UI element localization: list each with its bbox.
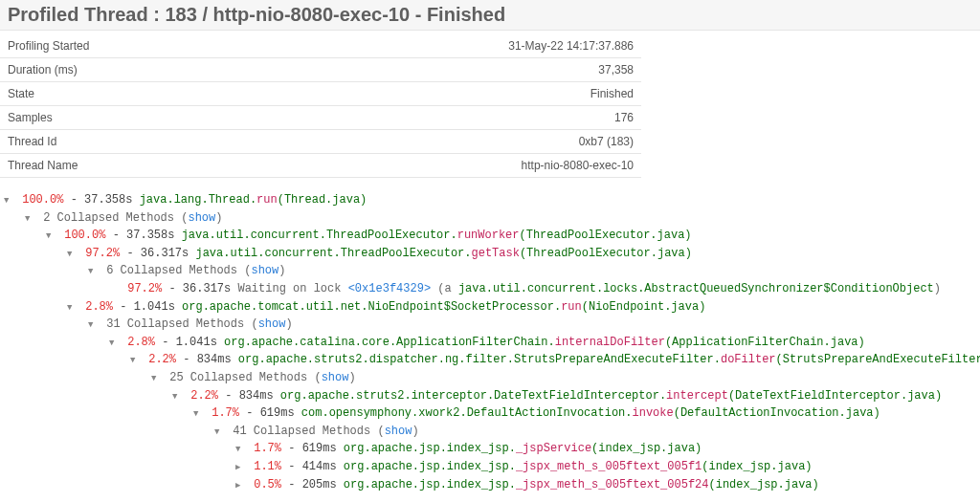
collapsed-group[interactable]: ▼ 6 Collapsed Methods (show) [88, 262, 980, 280]
collapse-icon[interactable]: ▼ [130, 355, 140, 368]
pct: 2.2% [148, 353, 176, 366]
collapse-icon[interactable]: ▼ [235, 444, 245, 457]
tree-node[interactable]: ▼ 2.2% - 834ms org.apache.struts2.interc… [172, 387, 980, 405]
show-link[interactable]: show [188, 211, 215, 225]
time: 37.358s [126, 229, 174, 242]
tree-node[interactable]: ▼ 100.0% - 37.358s java.lang.Thread.run(… [4, 191, 980, 209]
collapsed-group[interactable]: ▼ 41 Collapsed Methods (show) [214, 423, 980, 441]
pct: 2.8% [127, 336, 155, 349]
tree-node[interactable]: ▼ 2.8% - 1.041s org.apache.tomcat.util.n… [67, 298, 980, 316]
time: 834ms [239, 389, 274, 403]
info-value: Finished [262, 82, 641, 106]
show-link[interactable]: show [258, 317, 286, 331]
pct: 1.7% [254, 442, 281, 455]
expand-icon[interactable]: ▶ [235, 462, 245, 475]
collapse-icon[interactable]: ▼ [88, 319, 98, 333]
pct: 2.2% [190, 389, 218, 403]
source-file: (DateTextFieldInterceptor.java) [728, 389, 942, 403]
method: run [256, 193, 278, 207]
collapse-icon[interactable]: ▼ [4, 195, 13, 208]
pct: 1.1% [254, 460, 281, 473]
source-file: (StrutsPrepareAndExecuteFilter.java) [776, 353, 980, 366]
class: java.util.concurrent.ThreadPoolExecutor. [195, 247, 471, 260]
collapse-icon[interactable]: ▼ [214, 426, 224, 440]
pct: 100.0% [22, 193, 63, 207]
info-label: State [0, 82, 262, 106]
collapsed-group[interactable]: ▼ 25 Collapsed Methods (show) [151, 369, 980, 387]
class: org.apache.jsp.index_jsp. [344, 442, 516, 455]
expand-icon[interactable]: ▶ [235, 480, 245, 493]
info-label: Thread Name [0, 154, 262, 178]
show-link[interactable]: show [322, 371, 349, 384]
table-row: Duration (ms) 37,358 [0, 58, 641, 82]
tree-node[interactable]: ▼ 2.8% - 1.041s org.apache.catalina.core… [109, 334, 980, 352]
tree-node[interactable]: ▼ 1.7% - 619ms org.apache.jsp.index_jsp.… [235, 440, 980, 458]
tree-node[interactable]: ▼ 2.2% - 834ms org.apache.struts2.dispat… [130, 351, 980, 369]
time: 205ms [302, 478, 337, 491]
collapse-icon[interactable]: ▼ [46, 230, 56, 244]
info-value: 0xb7 (183) [262, 130, 641, 154]
collapsed-label: 31 Collapsed Methods [106, 317, 244, 331]
tree-node[interactable]: ▶ 1.1% - 414ms org.apache.jsp.index_jsp.… [235, 458, 980, 476]
info-label: Profiling Started [0, 34, 262, 58]
class: java.util.concurrent.ThreadPoolExecutor. [182, 229, 457, 242]
class: org.apache.tomcat.util.net.NioEndpoint$S… [182, 300, 561, 314]
method: getTask [472, 247, 520, 260]
source-file: (ThreadPoolExecutor.java) [520, 247, 692, 260]
info-value: 176 [262, 106, 641, 130]
table-row: Profiling Started 31-May-22 14:17:37.886 [0, 34, 641, 58]
method: _jspx_meth_s_005ftext_005f24 [516, 478, 709, 491]
time: 619ms [260, 406, 295, 420]
time: 36.317s [183, 282, 231, 295]
tree-node[interactable]: ▼ 97.2% - 36.317s java.util.concurrent.T… [67, 245, 980, 263]
tree-node[interactable]: ▼ 1.7% - 619ms com.opensymphony.xwork2.D… [193, 404, 980, 423]
time: 1.041s [176, 336, 217, 349]
pct: 100.0% [64, 229, 105, 242]
collapse-icon[interactable]: ▼ [67, 249, 77, 262]
pct: 1.7% [212, 406, 239, 420]
collapsed-label: 6 Collapsed Methods [106, 264, 237, 277]
source-file: (index_jsp.java) [591, 442, 702, 455]
lock-class: java.util.concurrent.locks.AbstractQueue… [458, 282, 934, 295]
show-link[interactable]: show [385, 425, 412, 438]
lock-text: Waiting on lock [237, 282, 347, 295]
show-link[interactable]: show [251, 264, 278, 277]
method: internalDoFilter [555, 336, 665, 349]
info-label: Duration (ms) [0, 58, 262, 82]
tree-node[interactable]: ▼ 100.0% - 37.358s java.util.concurrent.… [46, 227, 980, 245]
class: org.apache.jsp.index_jsp. [344, 478, 516, 491]
class: org.apache.jsp.index_jsp. [344, 460, 516, 473]
class: org.apache.struts2.dispatcher.ng.filter.… [238, 353, 721, 366]
table-row: Thread Id 0xb7 (183) [0, 130, 641, 154]
collapse-icon[interactable]: ▼ [109, 338, 119, 351]
time: 834ms [197, 353, 232, 366]
table-row: Thread Name http-nio-8080-exec-10 [0, 154, 641, 178]
info-value: 31-May-22 14:17:37.886 [262, 34, 641, 58]
collapsed-group[interactable]: ▼ 2 Collapsed Methods (show) [25, 209, 980, 228]
method: runWorker [457, 229, 520, 242]
tree-node[interactable]: ▶ 0.5% - 205ms org.apache.jsp.index_jsp.… [235, 476, 980, 494]
collapsed-group[interactable]: ▼ 31 Collapsed Methods (show) [88, 316, 980, 334]
collapse-icon[interactable]: ▼ [25, 213, 34, 227]
lock-node: 97.2% - 36.317s Waiting on lock <0x1e3f4… [109, 280, 980, 298]
pct: 0.5% [254, 478, 281, 491]
method: doFilter [721, 353, 776, 366]
info-value: 37,358 [262, 58, 641, 82]
class: org.apache.catalina.core.ApplicationFilt… [224, 336, 555, 349]
collapse-icon[interactable]: ▼ [88, 266, 98, 279]
class: com.opensymphony.xwork2.DefaultActionInv… [301, 406, 633, 420]
source-file: (DefaultActionInvocation.java) [674, 406, 880, 420]
time: 619ms [302, 442, 337, 455]
method: run [561, 300, 582, 314]
info-label: Thread Id [0, 130, 262, 154]
collapse-icon[interactable]: ▼ [193, 408, 203, 422]
source-file: (index_jsp.java) [702, 460, 812, 473]
collapsed-label: 41 Collapsed Methods [233, 425, 370, 438]
pct: 97.2% [127, 282, 162, 295]
info-value: http-nio-8080-exec-10 [262, 154, 641, 178]
collapse-icon[interactable]: ▼ [172, 391, 182, 404]
collapse-icon[interactable]: ▼ [151, 373, 161, 386]
collapse-icon[interactable]: ▼ [67, 302, 77, 316]
method: intercept [666, 389, 728, 403]
time: 414ms [302, 460, 337, 473]
